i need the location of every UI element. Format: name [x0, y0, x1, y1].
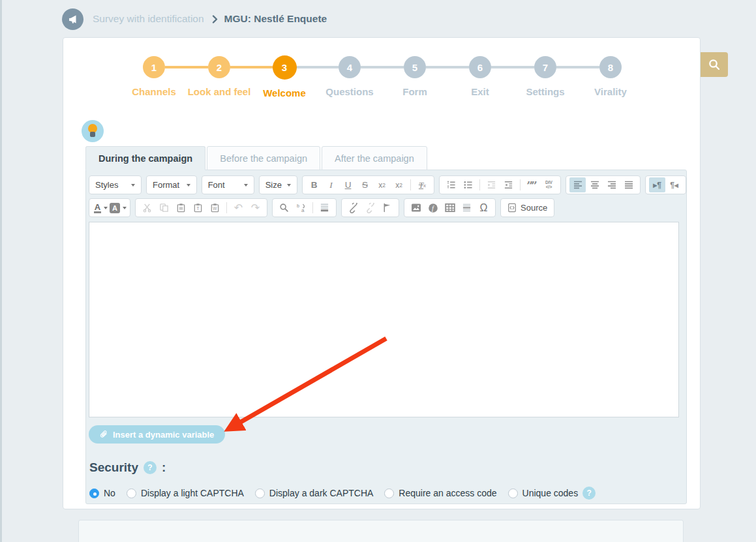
paste-icon[interactable]	[173, 200, 189, 215]
flash-icon[interactable]: f	[425, 200, 441, 215]
numbered-list-icon[interactable]	[443, 177, 459, 192]
editor-toolbar-row-1: Styles Format Font Size B I U S x2 x2 Tx	[89, 175, 686, 194]
step-circle[interactable]: 5	[404, 56, 426, 78]
step-exit[interactable]: 6 Exit	[447, 56, 513, 98]
bullet-list-icon[interactable]	[460, 177, 476, 192]
insert-dynamic-variable-button[interactable]: Insert a dynamic variable	[89, 425, 225, 444]
subscript-button[interactable]: x2	[374, 177, 390, 192]
outdent-icon[interactable]	[483, 177, 500, 192]
page-left-strip	[0, 0, 2, 542]
step-look-and-feel[interactable]: 2 Look and feel	[187, 56, 252, 98]
step-circle[interactable]: 7	[534, 56, 556, 78]
strikethrough-button[interactable]: S	[357, 177, 373, 192]
styles-dropdown[interactable]: Styles	[89, 175, 142, 194]
align-center-icon[interactable]	[586, 177, 603, 192]
step-label: Questions	[317, 86, 382, 97]
tab-after-the-campaign[interactable]: After the campaign	[322, 146, 427, 170]
step-circle[interactable]: 4	[339, 56, 361, 78]
step-form[interactable]: 5 Form	[382, 56, 447, 98]
next-section-panel	[78, 520, 684, 542]
bold-button[interactable]: B	[306, 177, 322, 192]
radio-unselected[interactable]	[508, 489, 518, 498]
step-circle[interactable]: 1	[143, 56, 165, 78]
anchor-flag-icon[interactable]	[379, 200, 395, 215]
color-group: A A	[89, 198, 130, 217]
chevron-down-icon	[187, 184, 190, 187]
special-character-button[interactable]: Ω	[476, 200, 492, 215]
replace-icon[interactable]: ba	[293, 200, 309, 215]
lightbulb-icon[interactable]	[82, 120, 104, 142]
step-label: Welcome	[252, 87, 317, 98]
unique-codes-help-icon[interactable]: ?	[582, 487, 596, 500]
background-color-button[interactable]: A	[110, 200, 127, 215]
step-circle[interactable]: 3	[273, 55, 297, 80]
text-style-group: B I U S x2 x2 Tx	[302, 175, 434, 194]
search-button[interactable]	[701, 52, 728, 77]
clipboard-group: T W ↶ ↷	[135, 198, 267, 217]
remove-format-button[interactable]: Tx	[414, 177, 431, 192]
step-questions[interactable]: 4 Questions	[317, 56, 382, 98]
blockquote-button[interactable]: ””	[524, 177, 540, 192]
align-left-icon[interactable]	[569, 177, 586, 192]
radio-selected[interactable]	[89, 489, 99, 498]
text-direction-ltr-button[interactable]: ▸¶	[649, 177, 665, 192]
security-option-access-code[interactable]: Require an access code	[384, 488, 496, 498]
step-channels[interactable]: 1 Channels	[121, 56, 187, 98]
breadcrumb: Survey with identification MGU: Nestlé E…	[62, 8, 327, 30]
align-group	[566, 175, 641, 194]
radio-unselected[interactable]	[127, 489, 136, 498]
radio-unselected[interactable]	[255, 489, 265, 498]
redo-icon[interactable]: ↷	[247, 200, 264, 215]
megaphone-icon	[62, 8, 83, 30]
text-direction-rtl-button[interactable]: ¶◂	[666, 177, 682, 192]
security-help-icon[interactable]: ?	[144, 461, 157, 474]
step-label: Channels	[121, 86, 187, 97]
wizard-stepper: 1 Channels 2 Look and feel 3 Welcome 4 Q…	[121, 56, 643, 98]
superscript-button[interactable]: x2	[391, 177, 407, 192]
horizontal-rule-icon[interactable]	[459, 200, 475, 215]
step-welcome[interactable]: 3 Welcome	[252, 56, 317, 98]
step-settings[interactable]: 7 Settings	[513, 56, 578, 98]
radio-unselected[interactable]	[384, 489, 394, 498]
format-dropdown[interactable]: Format	[146, 175, 197, 194]
source-button[interactable]: Source	[500, 198, 554, 217]
paperclip-icon	[100, 430, 108, 439]
editor-toolbar-row-2: A A T W ↶	[89, 198, 686, 217]
undo-icon[interactable]: ↶	[230, 200, 247, 215]
size-dropdown[interactable]: Size	[259, 175, 297, 194]
security-option-light-captcha[interactable]: Display a light CAPTCHA	[127, 488, 244, 498]
paste-from-word-icon[interactable]: W	[207, 200, 223, 215]
security-option-no[interactable]: No	[89, 488, 115, 498]
image-icon[interactable]	[408, 200, 424, 215]
step-virality[interactable]: 8 Virality	[578, 56, 643, 98]
cut-icon[interactable]	[139, 200, 155, 215]
find-icon[interactable]	[276, 200, 292, 215]
indent-icon[interactable]	[500, 177, 517, 192]
font-dropdown[interactable]: Font	[202, 175, 254, 194]
step-label: Exit	[447, 86, 513, 97]
text-color-button[interactable]: A	[93, 200, 109, 215]
chevron-down-icon	[131, 184, 135, 187]
editor-content[interactable]	[89, 222, 679, 417]
step-circle[interactable]: 2	[208, 56, 230, 78]
security-option-unique-codes[interactable]: Unique codes ?	[508, 487, 596, 500]
underline-button[interactable]: U	[340, 177, 356, 192]
breadcrumb-section[interactable]: Survey with identification	[93, 13, 204, 25]
security-option-dark-captcha[interactable]: Display a dark CAPTCHA	[255, 488, 374, 498]
paste-plain-text-icon[interactable]: T	[190, 200, 206, 215]
select-all-icon[interactable]	[316, 200, 333, 215]
copy-icon[interactable]	[156, 200, 172, 215]
tab-during-the-campaign[interactable]: During the campaign	[85, 146, 205, 170]
italic-button[interactable]: I	[323, 177, 339, 192]
link-icon[interactable]	[345, 200, 361, 215]
align-right-icon[interactable]	[603, 177, 620, 192]
justify-icon[interactable]	[620, 177, 637, 192]
main-card: 1 Channels 2 Look and feel 3 Welcome 4 Q…	[63, 37, 701, 509]
div-container-button[interactable]: DIV </>	[541, 177, 557, 192]
tab-before-the-campaign[interactable]: Before the campaign	[207, 146, 320, 170]
table-icon[interactable]	[442, 200, 458, 215]
step-circle[interactable]: 8	[599, 56, 622, 78]
step-circle[interactable]: 6	[469, 56, 491, 78]
paragraph-group: ”” DIV </>	[439, 175, 561, 194]
unlink-icon[interactable]	[362, 200, 378, 215]
